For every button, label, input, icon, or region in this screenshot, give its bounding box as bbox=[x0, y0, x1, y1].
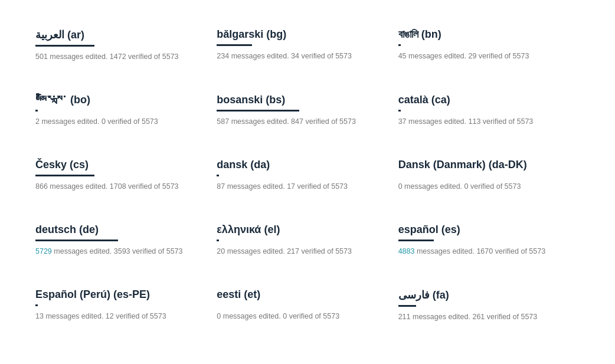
lang-card-fa[interactable]: فارسی (fa)211 messages edited. 261 verif… bbox=[398, 272, 580, 337]
lang-underline-cs bbox=[35, 175, 94, 176]
verified-count-cs: 1708 bbox=[110, 182, 126, 191]
lang-card-ca[interactable]: català (ca)37 messages edited. 113 verif… bbox=[398, 77, 580, 142]
verified-count-bo: 0 bbox=[102, 117, 106, 126]
verified-count-ar: 1472 bbox=[110, 53, 126, 61]
edited-count-da-DK: 0 bbox=[398, 182, 403, 191]
language-grid: العربية (ar)501 messages edited. 1472 ve… bbox=[35, 12, 580, 337]
lang-underline-bs bbox=[217, 110, 299, 112]
verified-count-es-PE: 12 bbox=[106, 312, 114, 320]
lang-title-fa: فارسی (fa) bbox=[398, 288, 565, 301]
lang-title-bo: ༀམིར་སྒྲ་ (bo) bbox=[35, 94, 202, 106]
lang-stats-es-PE: 13 messages edited. 12 verified of 5573 bbox=[35, 312, 202, 320]
edited-count-bo: 2 bbox=[35, 117, 40, 126]
lang-title-cs: Česky (cs) bbox=[35, 159, 202, 171]
lang-title-ar: العربية (ar) bbox=[35, 28, 202, 41]
verified-count-de: 3593 bbox=[114, 247, 130, 255]
lang-underline-el bbox=[217, 240, 219, 241]
lang-stats-fa: 211 messages edited. 261 verified of 557… bbox=[398, 313, 565, 321]
verified-count-da: 17 bbox=[287, 182, 295, 191]
verified-count-bn: 29 bbox=[468, 52, 476, 60]
lang-underline-fa bbox=[398, 305, 416, 307]
lang-card-cs[interactable]: Česky (cs)866 messages edited. 1708 veri… bbox=[35, 142, 217, 207]
lang-title-es-PE: Español (Perú) (es-PE) bbox=[35, 288, 202, 301]
lang-stats-et: 0 messages edited. 0 verified of 5573 bbox=[217, 312, 384, 320]
lang-card-bn[interactable]: বাঙালি (bn)45 messages edited. 29 verifi… bbox=[398, 12, 580, 77]
edited-count-bg: 234 bbox=[217, 52, 229, 60]
lang-title-bg: bălgarski (bg) bbox=[217, 28, 384, 41]
lang-stats-da-DK: 0 messages edited. 0 verified of 5573 bbox=[398, 182, 565, 191]
lang-title-bs: bosanski (bs) bbox=[217, 94, 384, 106]
edited-count-es: 4883 bbox=[398, 247, 415, 255]
lang-title-bn: বাঙালি (bn) bbox=[398, 28, 565, 41]
verified-count-fa: 261 bbox=[472, 313, 485, 321]
verified-count-bs: 847 bbox=[291, 117, 303, 126]
lang-card-es[interactable]: español (es)4883 messages edited. 1670 v… bbox=[398, 207, 580, 272]
verified-count-el: 217 bbox=[287, 247, 299, 255]
lang-underline-bn bbox=[398, 44, 401, 46]
edited-count-el: 20 bbox=[217, 247, 225, 255]
lang-underline-de bbox=[35, 240, 118, 241]
lang-stats-ar: 501 messages edited. 1472 verified of 55… bbox=[35, 53, 202, 61]
lang-underline-es-PE bbox=[35, 304, 38, 306]
lang-title-el: ελληνικά (el) bbox=[217, 224, 384, 236]
lang-title-da-DK: Dansk (Danmark) (da-DK) bbox=[398, 159, 565, 171]
lang-stats-el: 20 messages edited. 217 verified of 5573 bbox=[217, 247, 384, 255]
verified-count-ca: 113 bbox=[468, 117, 480, 126]
lang-card-bo[interactable]: ༀམིར་སྒྲ་ (bo)2 messages edited. 0 verif… bbox=[35, 77, 217, 142]
verified-count-bg: 34 bbox=[291, 52, 299, 60]
lang-stats-de: 5729 messages edited. 3593 verified of 5… bbox=[35, 247, 202, 255]
lang-card-ar[interactable]: العربية (ar)501 messages edited. 1472 ve… bbox=[35, 12, 217, 77]
lang-title-da: dansk (da) bbox=[217, 159, 384, 171]
verified-count-es: 1670 bbox=[476, 247, 493, 255]
lang-card-es-PE[interactable]: Español (Perú) (es-PE)13 messages edited… bbox=[35, 272, 217, 337]
lang-card-da-DK[interactable]: Dansk (Danmark) (da-DK)0 messages edited… bbox=[398, 142, 580, 207]
lang-title-es: español (es) bbox=[398, 224, 565, 236]
lang-stats-es: 4883 messages edited. 1670 verified of 5… bbox=[398, 247, 565, 255]
lang-stats-bn: 45 messages edited. 29 verified of 5573 bbox=[398, 52, 565, 60]
edited-count-ca: 37 bbox=[398, 117, 407, 126]
lang-stats-da: 87 messages edited. 17 verified of 5573 bbox=[217, 182, 384, 191]
lang-underline-ar bbox=[35, 45, 94, 47]
edited-count-bn: 45 bbox=[398, 52, 407, 60]
edited-count-es-PE: 13 bbox=[35, 312, 44, 320]
lang-underline-bg bbox=[217, 44, 252, 46]
edited-count-cs: 866 bbox=[35, 182, 48, 191]
edited-count-fa: 211 bbox=[398, 313, 411, 321]
edited-count-ar: 501 bbox=[35, 53, 48, 61]
lang-card-da[interactable]: dansk (da)87 messages edited. 17 verifie… bbox=[217, 142, 398, 207]
lang-card-el[interactable]: ελληνικά (el)20 messages edited. 217 ver… bbox=[217, 207, 398, 272]
lang-underline-bo bbox=[35, 110, 38, 112]
lang-stats-cs: 866 messages edited. 1708 verified of 55… bbox=[35, 182, 202, 191]
lang-card-bs[interactable]: bosanski (bs)587 messages edited. 847 ve… bbox=[217, 77, 398, 142]
lang-stats-ca: 37 messages edited. 113 verified of 5573 bbox=[398, 117, 565, 126]
lang-card-et[interactable]: eesti (et)0 messages edited. 0 verified … bbox=[217, 272, 398, 337]
edited-count-bs: 587 bbox=[217, 117, 229, 126]
lang-underline-es bbox=[398, 240, 434, 241]
lang-title-ca: català (ca) bbox=[398, 94, 565, 106]
lang-stats-bo: 2 messages edited. 0 verified of 5573 bbox=[35, 117, 202, 126]
lang-title-de: deutsch (de) bbox=[35, 224, 202, 236]
lang-card-de[interactable]: deutsch (de)5729 messages edited. 3593 v… bbox=[35, 207, 217, 272]
edited-count-da: 87 bbox=[217, 182, 225, 191]
lang-card-bg[interactable]: bălgarski (bg)234 messages edited. 34 ve… bbox=[217, 12, 398, 77]
lang-stats-bg: 234 messages edited. 34 verified of 5573 bbox=[217, 52, 384, 60]
lang-underline-ca bbox=[398, 110, 401, 112]
lang-stats-bs: 587 messages edited. 847 verified of 557… bbox=[217, 117, 384, 126]
lang-title-et: eesti (et) bbox=[217, 288, 384, 301]
lang-underline-da bbox=[217, 175, 219, 176]
edited-count-de: 5729 bbox=[35, 247, 52, 255]
